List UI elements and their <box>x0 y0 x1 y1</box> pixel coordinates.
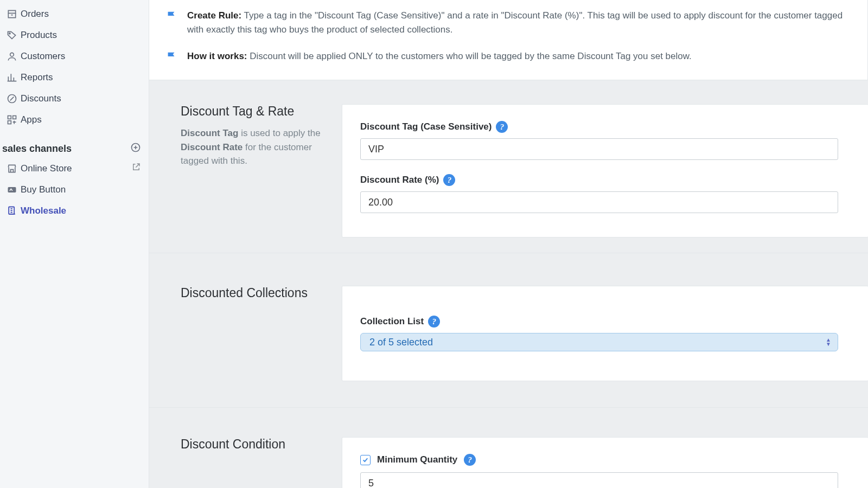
discount-tag-label: Discount Tag (Case Sensitive) ? <box>360 121 838 133</box>
section-title: Discounted Collections <box>181 286 329 300</box>
collection-select-value: 2 of 5 selected <box>369 337 433 348</box>
section-tag-rate: Discount Tag & Rate Discount Tag is used… <box>149 80 868 253</box>
tag-rate-card: Discount Tag (Case Sensitive) ? Discount… <box>342 104 868 237</box>
sidebar-item-products[interactable]: Products <box>0 24 149 46</box>
svg-rect-5 <box>8 120 11 124</box>
discounts-icon <box>3 93 21 104</box>
help-icon[interactable]: ? <box>464 454 476 466</box>
condition-card: Minimum Quantity ? Minimum Price (based … <box>342 437 868 488</box>
buy-button-icon <box>3 184 21 195</box>
min-qty-checkbox[interactable] <box>360 455 371 465</box>
collection-list-label: Collection List ? <box>360 316 838 328</box>
svg-rect-4 <box>13 115 16 119</box>
sidebar-item-label: Discounts <box>21 93 61 104</box>
sidebar: Orders Products Customers Reports Discou… <box>0 0 149 488</box>
apps-icon <box>3 114 21 125</box>
sales-channels-label: sales channels <box>2 143 72 155</box>
orders-icon <box>3 9 21 20</box>
section-collections: Discounted Collections Collection List ?… <box>149 253 868 408</box>
section-title: Discount Condition <box>181 437 329 452</box>
store-icon <box>3 163 21 174</box>
sidebar-item-label: Reports <box>21 72 53 83</box>
svg-rect-3 <box>8 115 11 119</box>
help-icon[interactable]: ? <box>443 174 455 186</box>
sidebar-item-label: Customers <box>21 51 65 62</box>
channel-label: Buy Button <box>21 184 66 195</box>
create-rule-text: Create Rule: Type a tag in the "Discount… <box>187 9 851 37</box>
sidebar-item-customers[interactable]: Customers <box>0 46 149 67</box>
min-qty-input[interactable] <box>360 472 838 488</box>
collection-list-select[interactable]: 2 of 5 selected ▲▼ <box>360 333 838 351</box>
svg-point-1 <box>10 53 14 56</box>
create-rule-note: Create Rule: Type a tag in the "Discount… <box>165 9 851 37</box>
discount-rate-label: Discount Rate (%) ? <box>360 174 838 186</box>
main-content: Create Rule: Type a tag in the "Discount… <box>149 0 868 488</box>
sidebar-item-label: Apps <box>21 114 42 125</box>
section-title: Discount Tag & Rate <box>181 104 329 119</box>
sales-channels-header: sales channels <box>0 130 149 158</box>
help-icon[interactable]: ? <box>496 121 508 133</box>
sidebar-item-discounts[interactable]: Discounts <box>0 88 149 109</box>
info-banner: Create Rule: Type a tag in the "Discount… <box>149 0 868 80</box>
channel-online-store[interactable]: Online Store <box>0 158 149 179</box>
how-it-works-text: How it works: Discount will be applied O… <box>187 49 692 67</box>
customers-icon <box>3 51 21 62</box>
sidebar-item-label: Products <box>21 30 57 41</box>
flag-icon <box>165 50 177 67</box>
sidebar-item-apps[interactable]: Apps <box>0 109 149 130</box>
section-desc: Discount Tag is used to apply the Discou… <box>181 126 329 168</box>
sidebar-item-reports[interactable]: Reports <box>0 67 149 88</box>
channel-label: Wholesale <box>21 206 66 216</box>
products-icon <box>3 30 21 41</box>
channel-buy-button[interactable]: Buy Button <box>0 179 149 200</box>
help-icon[interactable]: ? <box>428 316 440 328</box>
reports-icon <box>3 72 21 83</box>
wholesale-icon <box>3 206 21 216</box>
select-sort-icon: ▲▼ <box>826 338 831 346</box>
min-qty-label: Minimum Quantity <box>377 454 457 465</box>
sidebar-item-orders[interactable]: Orders <box>0 3 149 24</box>
collections-card: Collection List ? 2 of 5 selected ▲▼ <box>342 286 868 381</box>
sidebar-item-label: Orders <box>21 9 49 20</box>
section-condition: Discount Condition Minimum Quantity ? <box>149 408 868 488</box>
channel-label: Online Store <box>21 163 72 174</box>
discount-tag-input[interactable] <box>360 138 838 160</box>
add-channel-button[interactable] <box>130 142 141 156</box>
how-it-works-note: How it works: Discount will be applied O… <box>165 49 851 67</box>
svg-point-0 <box>9 33 10 34</box>
channel-wholesale[interactable]: Wholesale <box>0 200 149 221</box>
discount-rate-input[interactable] <box>360 191 838 213</box>
flag-icon <box>165 10 177 37</box>
external-link-icon[interactable] <box>131 162 141 175</box>
